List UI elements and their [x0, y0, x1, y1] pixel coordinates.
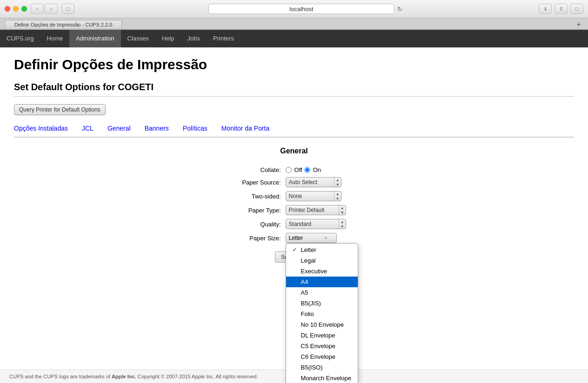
paper-source-down[interactable]: ▼	[334, 182, 341, 187]
dropdown-item-b5jis[interactable]: B5(JIS)	[286, 298, 358, 309]
paper-type-down[interactable]: ▼	[339, 210, 346, 215]
item-label: DL Envelope	[301, 332, 335, 339]
chevron-down-icon: ▿	[325, 236, 327, 240]
two-sided-label: Two-sided:	[242, 191, 285, 201]
section-link-monitor[interactable]: Monitor da Porta	[221, 125, 270, 132]
nav-printers[interactable]: Printers	[207, 30, 241, 47]
paper-size-row: Paper Size: Letter ▿ ✓ Letter	[242, 233, 346, 243]
item-label: C6 Envelope	[301, 353, 335, 360]
paper-size-dropdown-list: ✓ Letter Legal Executive	[286, 243, 358, 383]
quality-select-wrapper: Standard ▲ ▼	[286, 219, 346, 229]
main-content: Definir Opções de Impressão Set Default …	[0, 47, 588, 272]
general-title: General	[280, 147, 308, 155]
download-button[interactable]: ⇓	[539, 4, 552, 14]
forward-button[interactable]: ›	[45, 4, 58, 14]
two-sided-display: None	[286, 193, 334, 199]
section-link-general[interactable]: General	[107, 125, 131, 132]
paper-type-label: Paper Type:	[242, 205, 285, 215]
two-sided-up[interactable]: ▲	[334, 192, 341, 196]
nav-administration[interactable]: Administration	[69, 30, 120, 47]
paper-source-row: Paper Source: Auto Select ▲ ▼	[242, 177, 346, 187]
dropdown-item-a5[interactable]: A5	[286, 287, 358, 298]
collate-label: Collate:	[242, 166, 285, 173]
section-links: Opções Instaladas JCL General Banners Po…	[14, 125, 574, 138]
page-title: Definir Opções de Impressão	[14, 57, 574, 73]
dropdown-item-c6env[interactable]: C6 Envelope	[286, 351, 358, 362]
active-tab[interactable]: Definir Opções de Impressão - CUPS 2.2.0	[5, 20, 122, 29]
maximize-button[interactable]	[21, 6, 27, 12]
two-sided-row: Two-sided: None ▲ ▼	[242, 191, 346, 201]
browser-chrome: ‹ › □ ↻ ⇓ ⇧ □ Definir Opções de Impressã…	[0, 0, 588, 30]
footer-text: CUPS and the CUPS logo are trademarks of	[9, 374, 112, 379]
back-button[interactable]: ‹	[31, 4, 44, 14]
window-view-button[interactable]: □	[61, 4, 74, 14]
paper-size-select[interactable]: Letter ▿	[286, 233, 337, 243]
quality-down[interactable]: ▼	[339, 224, 346, 229]
paper-source-label: Paper Source:	[242, 177, 285, 187]
nav-help[interactable]: Help	[155, 30, 181, 47]
paper-source-value: Auto Select ▲ ▼	[286, 177, 346, 187]
dropdown-item-folio[interactable]: Folio	[286, 309, 358, 319]
collate-off-label: Off	[294, 166, 302, 173]
quality-up[interactable]: ▲	[339, 219, 346, 224]
share-button[interactable]: ⇧	[555, 4, 568, 14]
nav-home[interactable]: Home	[40, 30, 70, 47]
close-button[interactable]	[5, 6, 10, 12]
paper-size-current: Letter	[289, 235, 303, 241]
section-link-banners[interactable]: Banners	[145, 125, 169, 132]
paper-type-display: Printer Default	[286, 207, 339, 213]
paper-size-value: Letter ▿ ✓ Letter Legal	[286, 233, 346, 243]
quality-label: Quality:	[242, 219, 285, 229]
query-printer-button[interactable]: Query Printer for Default Options	[14, 104, 106, 115]
nav-jobs[interactable]: Jobs	[181, 30, 207, 47]
nav-cups[interactable]: CUPS.org	[0, 30, 40, 47]
paper-type-up[interactable]: ▲	[339, 205, 346, 210]
dropdown-item-legal[interactable]: Legal	[286, 255, 358, 266]
url-input[interactable]	[208, 4, 394, 14]
item-label: C5 Envelope	[301, 343, 335, 350]
dropdown-item-dlenv[interactable]: DL Envelope	[286, 330, 358, 341]
paper-type-select-wrapper: Printer Default ▲ ▼	[286, 205, 346, 215]
item-label: Monarch Envelope	[301, 375, 351, 382]
collate-value: Off On	[286, 166, 346, 173]
dropdown-item-letter[interactable]: ✓ Letter	[286, 244, 358, 255]
item-label: B5(JIS)	[301, 300, 321, 307]
quality-value: Standard ▲ ▼	[286, 219, 346, 229]
browser-actions: ⇓ ⇧ □	[539, 4, 583, 14]
reload-button[interactable]: ↻	[394, 4, 405, 14]
section-link-jcl[interactable]: JCL	[82, 125, 94, 132]
dropdown-item-b5iso[interactable]: B5(ISO)	[286, 362, 358, 373]
collate-on-radio[interactable]	[304, 167, 310, 173]
section-link-opcoes[interactable]: Opções Instaladas	[14, 125, 68, 132]
section-link-politicas[interactable]: Políticas	[183, 125, 207, 132]
dropdown-item-no10env[interactable]: No 10 Envelope	[286, 319, 358, 330]
paper-source-up[interactable]: ▲	[334, 178, 341, 182]
nav-buttons: ‹ ›	[31, 4, 58, 14]
dropdown-item-c5env[interactable]: C5 Envelope	[286, 341, 358, 351]
section-subtitle: Set Default Options for COGETI	[14, 82, 574, 97]
collate-row: Collate: Off On	[242, 166, 346, 173]
fullscreen-button[interactable]: □	[570, 4, 583, 14]
minimize-button[interactable]	[13, 6, 19, 12]
paper-source-stepper: ▲ ▼	[334, 178, 341, 187]
collate-radio-group: Off On	[286, 166, 346, 173]
paper-size-dropdown-container: Letter ▿ ✓ Letter Legal	[286, 233, 337, 243]
paper-type-row: Paper Type: Printer Default ▲ ▼	[242, 205, 346, 215]
collate-off-radio[interactable]	[286, 167, 292, 173]
two-sided-down[interactable]: ▼	[334, 196, 341, 201]
two-sided-select-wrapper: None ▲ ▼	[286, 191, 341, 201]
quality-stepper: ▲ ▼	[339, 219, 346, 229]
footer-copyright: Copyright © 2007-2015 Apple Inc. All rig…	[136, 374, 258, 379]
dropdown-item-monarch[interactable]: Monarch Envelope	[286, 373, 358, 383]
general-form: Collate: Off On Paper Source: Auto Selec…	[242, 163, 346, 247]
nav-classes[interactable]: Classes	[121, 30, 155, 47]
collate-on-label: On	[313, 166, 321, 173]
dropdown-item-executive[interactable]: Executive	[286, 266, 358, 277]
two-sided-value: None ▲ ▼	[286, 191, 346, 201]
quality-display: Standard	[286, 221, 339, 227]
new-tab-button[interactable]: +	[574, 20, 583, 29]
dropdown-item-a4[interactable]: A4	[286, 277, 358, 287]
cups-navigation: CUPS.org Home Administration Classes Hel…	[0, 30, 588, 47]
tab-title: Definir Opções de Impressão - CUPS 2.2.0	[14, 22, 112, 27]
quality-row: Quality: Standard ▲ ▼	[242, 219, 346, 229]
